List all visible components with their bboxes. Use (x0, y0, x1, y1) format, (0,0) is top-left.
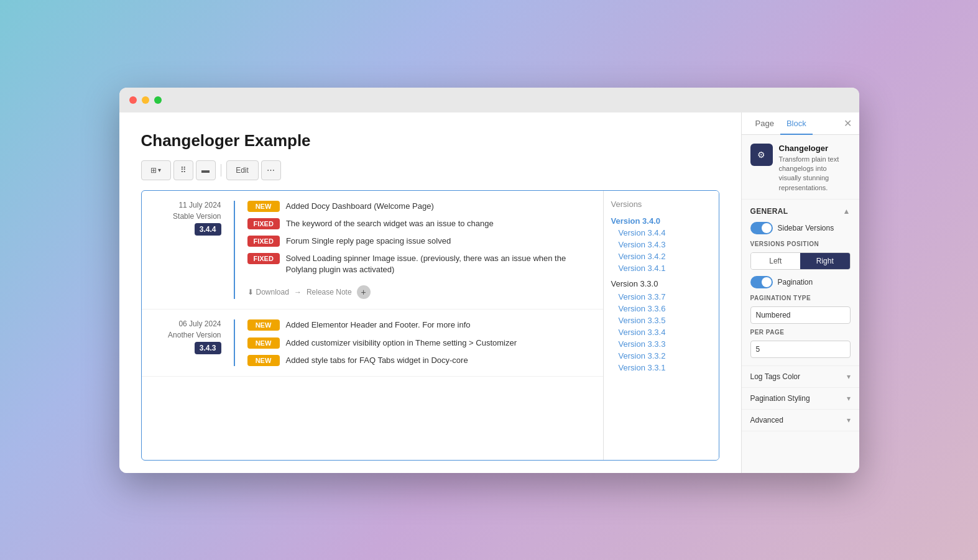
log-tags-chevron-icon: ▾ (847, 372, 851, 381)
tab-page[interactable]: Page (749, 112, 780, 135)
per-page-input[interactable] (750, 341, 851, 358)
tab-page-label: Page (755, 119, 774, 128)
position-left-label: Left (769, 257, 782, 265)
tag-fixed: FIXED (247, 218, 280, 229)
align-btn[interactable]: ▬ (196, 160, 216, 180)
changelog-entry: 11 July 2024 Stable Version 3.4.4 NEW Ad… (142, 191, 603, 310)
entry-footer: ⬇ Download → Release Note + (247, 282, 592, 299)
panel-tabs: Page Block ✕ (742, 112, 859, 135)
close-panel-btn[interactable]: ✕ (844, 112, 852, 134)
version-link[interactable]: Version 3.3.1 (611, 362, 711, 374)
tab-block[interactable]: Block (780, 112, 813, 135)
pagination-type-select[interactable]: Numbered Load More Infinite Scroll (750, 306, 851, 324)
version-link[interactable]: Version 3.3.2 (611, 350, 711, 362)
entry-text: Added Docy Dashboard (Welcome Page) (286, 201, 434, 212)
chevron-down-icon: ▾ (158, 167, 161, 173)
pagination-row: Pagination (750, 276, 851, 288)
plugin-icon-text: ⚙ (757, 150, 765, 160)
per-page-label: PER PAGE (750, 329, 851, 336)
entry-label: Another Version (153, 331, 221, 339)
pagination-styling-chevron-icon: ▾ (847, 394, 851, 403)
pagination-toggle[interactable] (750, 276, 773, 288)
drag-icon: ⠿ (180, 165, 187, 175)
divider-line (234, 319, 235, 366)
plugin-info: Changeloger Transform plain text changel… (779, 144, 851, 193)
version-link[interactable]: Version 3.3.4 (611, 326, 711, 338)
entry-text: Added Elementor Header and Footer. For m… (286, 319, 471, 331)
close-dot[interactable] (129, 96, 137, 104)
release-note-link[interactable]: Release Note (307, 288, 352, 296)
edit-btn[interactable]: Edit (226, 160, 259, 180)
right-panel: Page Block ✕ ⚙ Changeloger Transform pla… (741, 112, 859, 473)
tab-block-label: Block (787, 119, 806, 128)
section-chevron-icon[interactable]: ▲ (843, 207, 851, 216)
entry-date: 06 July 2024 (153, 319, 221, 328)
version-link[interactable]: Version 3.3.3 (611, 338, 711, 350)
entry-text: Solved Loading spinner Image issue. (pre… (286, 253, 592, 275)
block-icon-btn[interactable]: ⊞ ▾ (141, 160, 171, 180)
block-icon: ⊞ (150, 166, 157, 175)
section-title: General (750, 207, 788, 216)
divider-line (234, 201, 235, 300)
sidebar-versions-row: Sidebar Versions (750, 222, 851, 234)
maximize-dot[interactable] (154, 96, 162, 104)
section-header: General ▲ (750, 207, 851, 216)
pagination-type-label: PAGINATION TYPE (750, 295, 851, 301)
versions-panel: Versions Version 3.4.0 Version 3.4.4 Ver… (604, 191, 719, 460)
changelog-main: 11 July 2024 Stable Version 3.4.4 NEW Ad… (142, 191, 604, 460)
changelog-entry: 06 July 2024 Another Version 3.4.3 NEW A… (142, 310, 603, 377)
log-tags-color-section[interactable]: Log Tags Color ▾ (742, 366, 859, 388)
versions-position-label: VERSIONS POSITION (750, 241, 851, 247)
position-buttons: Left Right (750, 252, 851, 270)
version-link[interactable]: Version 3.4.2 (611, 250, 711, 262)
plugin-icon: ⚙ (750, 144, 773, 166)
release-note-label: Release Note (307, 288, 352, 296)
entry-row: FIXED Forum Single reply page spacing is… (247, 236, 592, 247)
align-icon: ▬ (201, 165, 210, 175)
more-options-btn[interactable]: ⋯ (261, 160, 281, 180)
pagination-styling-section[interactable]: Pagination Styling ▾ (742, 388, 859, 410)
general-section: General ▲ Sidebar Versions VERSIONS POSI… (742, 200, 859, 366)
position-right-btn[interactable]: Right (800, 253, 850, 269)
entry-row: FIXED Solved Loading spinner Image issue… (247, 253, 592, 275)
advanced-section[interactable]: Advanced ▾ (742, 410, 859, 431)
sidebar-versions-label: Sidebar Versions (778, 224, 834, 232)
download-label: Download (256, 288, 289, 296)
version-group-link[interactable]: Version 3.4.0 (611, 215, 711, 227)
entry-row: NEW Added Docy Dashboard (Welcome Page) (247, 201, 592, 212)
sidebar-versions-toggle[interactable] (750, 222, 773, 234)
entry-label: Stable Version (153, 212, 221, 221)
plugin-header: ⚙ Changeloger Transform plain text chang… (742, 135, 859, 200)
version-link[interactable]: Version 3.4.3 (611, 239, 711, 250)
version-group-title: Version 3.3.0 (611, 279, 711, 288)
versions-title: Versions (611, 200, 711, 209)
version-link[interactable]: Version 3.4.1 (611, 262, 711, 274)
pagination-label: Pagination (778, 278, 813, 287)
more-icon: ⋯ (267, 165, 275, 175)
download-link[interactable]: ⬇ Download (247, 288, 289, 296)
download-icon: ⬇ (247, 288, 254, 296)
tag-fixed: FIXED (247, 236, 280, 247)
version-link[interactable]: Version 3.3.7 (611, 291, 711, 303)
entry-row: FIXED The keyword of the search widget w… (247, 218, 592, 229)
tag-new: NEW (247, 319, 280, 331)
toolbar: ⊞ ▾ ⠿ ▬ Edit ⋯ (141, 160, 719, 180)
edit-label: Edit (236, 166, 249, 175)
version-link[interactable]: Version 3.3.5 (611, 314, 711, 326)
minimize-dot[interactable] (142, 96, 149, 104)
add-item-btn[interactable]: + (357, 285, 371, 299)
version-link[interactable]: Version 3.3.6 (611, 303, 711, 314)
version-badge: 3.4.3 (195, 342, 221, 354)
position-right-label: Right (816, 257, 834, 265)
drag-handle-btn[interactable]: ⠿ (173, 160, 193, 180)
titlebar (119, 88, 859, 112)
plugin-description: Transform plain text changelogs into vis… (779, 155, 851, 193)
entry-text: The keyword of the search widget was an … (286, 218, 494, 229)
entry-date: 11 July 2024 (153, 201, 221, 209)
close-icon: ✕ (844, 117, 852, 129)
position-left-btn[interactable]: Left (751, 253, 801, 269)
version-link[interactable]: Version 3.4.4 (611, 227, 711, 239)
app-window: Changeloger Example ⊞ ▾ ⠿ ▬ Edit ⋯ (119, 88, 859, 473)
toolbar-separator (221, 164, 221, 177)
changelog-container: 11 July 2024 Stable Version 3.4.4 NEW Ad… (141, 190, 719, 461)
